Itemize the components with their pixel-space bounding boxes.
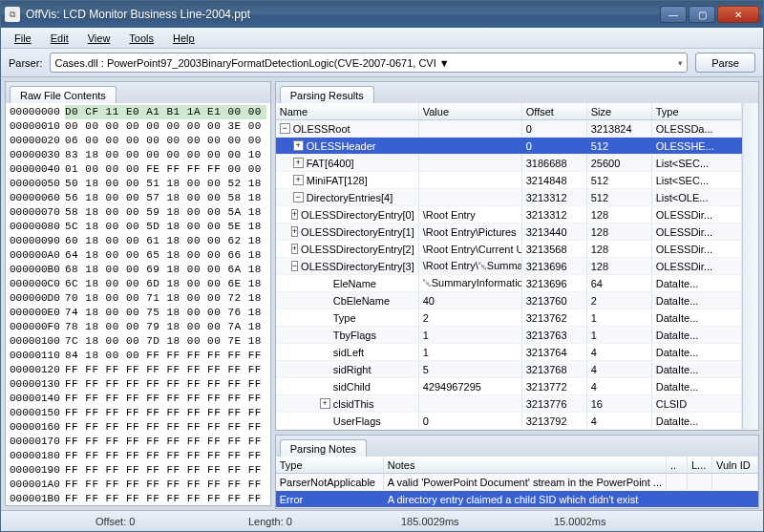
menu-view[interactable]: View (80, 31, 118, 46)
hex-bytes: 06 00 00 00 00 00 00 00 00 00 (65, 134, 266, 148)
hex-bytes: FF FF FF FF FF FF FF FF FF FF (65, 492, 266, 505)
maximize-button[interactable]: ▢ (689, 6, 715, 23)
tree-row[interactable]: UserFlags032137924DataIte... (276, 413, 742, 430)
tree-row[interactable]: Type232137621DataIte... (276, 309, 742, 327)
tree-row[interactable]: TbyFlags132137631DataIte... (276, 327, 742, 344)
tree-row[interactable]: +MiniFAT[128]3214848512List<SEC... (276, 172, 742, 189)
col-value[interactable]: Value (419, 103, 522, 119)
hex-row[interactable]: 0000011084 18 00 00 FF FF FF FF FF FF (10, 349, 266, 363)
results-scrollbar[interactable] (742, 103, 758, 430)
parser-select-value: Cases.dll : PowerPoint97_2003BinaryForma… (54, 57, 449, 69)
col-size[interactable]: Size (587, 103, 652, 119)
tree-row[interactable]: +FAT[6400]318668825600List<SEC... (276, 155, 742, 172)
col-note-1[interactable]: .. (667, 457, 688, 473)
tree-row[interactable]: sidChild429496729532137724DataIte... (276, 378, 742, 395)
col-name[interactable]: Name (276, 103, 419, 119)
hex-row[interactable]: 000001007C 18 00 00 7D 18 00 00 7E 18 (10, 334, 266, 349)
hex-bytes: FF FF FF FF FF FF FF FF FF FF (65, 392, 266, 406)
tree-row[interactable]: sidRight532137684DataIte... (276, 361, 742, 378)
tree-row[interactable]: +clsidThis321377616CLSID (276, 395, 742, 413)
parser-select[interactable]: Cases.dll : PowerPoint97_2003BinaryForma… (50, 53, 688, 73)
hex-row[interactable]: 000000F078 18 00 00 79 18 00 00 7A 18 (10, 320, 266, 334)
tree-row[interactable]: EleName␅SummaryInformation ...321369664D… (276, 275, 742, 292)
hex-row[interactable]: 0000007058 18 00 00 59 18 00 00 5A 18 (10, 205, 266, 220)
status-length: Length: 0 (248, 516, 363, 527)
close-button[interactable]: ✕ (717, 6, 759, 23)
tab-raw-file[interactable]: Raw File Contents (10, 86, 117, 104)
expand-icon[interactable]: + (291, 226, 298, 237)
parse-button[interactable]: Parse (695, 53, 755, 73)
note-text: A directory entry claimed a child SID wh… (384, 491, 667, 507)
notes-grid[interactable]: Type Notes .. L... Vuln ID ParserNotAppl… (276, 457, 758, 508)
hex-row[interactable]: 000001B0FF FF FF FF FF FF FF FF FF FF (10, 492, 266, 505)
hex-row[interactable]: 0000004001 00 00 00 FE FF FF FF 00 00 (10, 162, 266, 177)
col-type[interactable]: Type (652, 103, 742, 119)
collapse-icon[interactable]: − (291, 261, 298, 271)
tree-row[interactable]: CbEleName4032137602DataIte... (276, 292, 742, 309)
hex-row[interactable]: 0000009060 18 00 00 61 18 00 00 62 18 (10, 234, 266, 248)
expand-icon[interactable]: + (320, 398, 330, 409)
tree-row[interactable]: −OLESSDirectoryEntry[3]\Root Entry\␅Summ… (276, 258, 742, 275)
menu-help[interactable]: Help (165, 31, 202, 46)
hex-row[interactable]: 0000003083 18 00 00 00 00 00 00 00 10 (10, 148, 266, 162)
menu-file[interactable]: File (7, 31, 39, 46)
tree-row[interactable]: sidLeft132137644DataIte... (276, 344, 742, 361)
hex-row[interactable]: 000000B068 18 00 00 69 18 00 00 6A 18 (10, 263, 266, 277)
cell-offset: 3186688 (522, 155, 587, 171)
hex-address: 000000E0 (10, 306, 65, 320)
hex-row[interactable]: 00000130FF FF FF FF FF FF FF FF FF FF (10, 377, 266, 392)
hex-row[interactable]: 000001A0FF FF FF FF FF FF FF FF FF FF (10, 478, 266, 492)
hex-row[interactable]: 000000A064 18 00 00 65 18 00 00 66 18 (10, 248, 266, 263)
expand-icon[interactable]: + (293, 140, 304, 151)
expand-icon[interactable]: + (291, 209, 298, 220)
tree-row[interactable]: +OLESSDirectoryEntry[0]\Root Entry321331… (276, 206, 742, 223)
hex-row[interactable]: 00000150FF FF FF FF FF FF FF FF FF FF (10, 406, 266, 420)
menu-edit[interactable]: Edit (43, 31, 76, 46)
hex-row[interactable]: 000000C06C 18 00 00 6D 18 00 00 6E 18 (10, 277, 266, 291)
hex-bytes: FF FF FF FF FF FF FF FF FF FF (65, 363, 266, 377)
tree-row[interactable]: +OLESSDirectoryEntry[1]\Root Entry\Pictu… (276, 223, 742, 241)
hex-row[interactable]: 0000002006 00 00 00 00 00 00 00 00 00 (10, 134, 266, 148)
menu-tools[interactable]: Tools (121, 31, 161, 46)
expand-icon[interactable]: + (293, 158, 304, 168)
note-row[interactable]: ErrorA directory entry claimed a child S… (276, 491, 758, 508)
minimize-button[interactable]: — (660, 6, 687, 23)
results-tree[interactable]: Name Value Offset Size Type −OLESSRoot03… (276, 103, 742, 430)
hex-row[interactable]: 0000006056 18 00 00 57 18 00 00 58 18 (10, 191, 266, 205)
titlebar[interactable]: ⧉ OffVis: LCD Monitor Business Line-2004… (1, 1, 763, 28)
hex-view[interactable]: 00000000D0 CF 11 E0 A1 B1 1A E1 00 00000… (6, 103, 270, 505)
node-name: sidLeft (333, 347, 364, 358)
hex-row[interactable]: 000000805C 18 00 00 5D 18 00 00 5E 18 (10, 220, 266, 234)
node-name: clsidThis (333, 398, 374, 410)
cell-size: 128 (587, 258, 652, 274)
hex-row[interactable]: 00000160FF FF FF FF FF FF FF FF FF FF (10, 420, 266, 435)
collapse-icon[interactable]: − (280, 123, 290, 134)
window-title: OffVis: LCD Monitor Business Line-2004.p… (26, 8, 660, 21)
hex-row[interactable]: 0000001000 00 00 00 00 00 00 00 3E 00 (10, 119, 266, 134)
tab-parsing-notes[interactable]: Parsing Notes (280, 439, 367, 458)
hex-row[interactable]: 00000000D0 CF 11 E0 A1 B1 1A E1 00 00 (10, 105, 266, 119)
tree-row[interactable]: −DirectoryEntries[4]3213312512List<OLE..… (276, 189, 742, 206)
tab-parsing-results[interactable]: Parsing Results (280, 86, 374, 104)
hex-row[interactable]: 00000170FF FF FF FF FF FF FF FF FF FF (10, 435, 266, 449)
hex-row[interactable]: 000000E074 18 00 00 75 18 00 00 76 18 (10, 306, 266, 320)
hex-row[interactable]: 00000180FF FF FF FF FF FF FF FF FF FF (10, 449, 266, 463)
col-note-3[interactable]: Vuln ID (712, 457, 758, 473)
hex-address: 000000C0 (10, 277, 65, 291)
col-note-2[interactable]: L... (688, 457, 712, 473)
note-row[interactable]: ParserNotApplicableA valid 'PowerPoint D… (276, 474, 758, 491)
expand-icon[interactable]: + (293, 175, 304, 185)
col-note-type[interactable]: Type (276, 457, 384, 473)
hex-row[interactable]: 00000140FF FF FF FF FF FF FF FF FF FF (10, 392, 266, 406)
tree-row[interactable]: +OLESSDirectoryEntry[2]\Root Entry\Curre… (276, 241, 742, 258)
tree-row[interactable]: +OLESSHeader0512OLESSHE... (276, 138, 742, 155)
hex-row[interactable]: 00000190FF FF FF FF FF FF FF FF FF FF (10, 463, 266, 478)
hex-row[interactable]: 00000120FF FF FF FF FF FF FF FF FF FF (10, 363, 266, 377)
col-note-notes[interactable]: Notes (384, 457, 667, 473)
hex-row[interactable]: 000000D070 18 00 00 71 18 00 00 72 18 (10, 291, 266, 306)
collapse-icon[interactable]: − (293, 192, 304, 202)
expand-icon[interactable]: + (291, 244, 298, 254)
col-offset[interactable]: Offset (522, 103, 587, 119)
tree-row[interactable]: −OLESSRoot03213824OLESSDa... (276, 120, 742, 138)
hex-row[interactable]: 0000005050 18 00 00 51 18 00 00 52 18 (10, 177, 266, 191)
